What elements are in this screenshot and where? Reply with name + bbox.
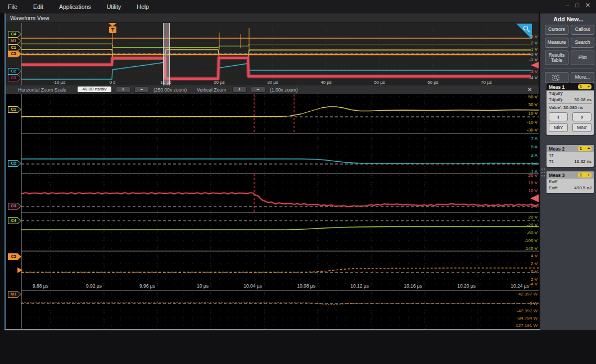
overview-x-label: 20 µs	[207, 80, 232, 85]
main-x-label: 9.96 µs	[132, 283, 155, 289]
y-label-c3: 10 V	[509, 188, 538, 193]
overview-y-label: -4 V	[520, 75, 538, 80]
main-waveform-plot[interactable]	[6, 94, 539, 329]
panel-drag-handle[interactable]	[544, 172, 545, 173]
window-left-border	[4, 13, 6, 329]
h-zoom-minus-button[interactable]: −	[134, 87, 149, 93]
main-x-label: 10.12 µs	[345, 283, 369, 289]
badge-label: M1	[8, 38, 19, 44]
menu-item-help[interactable]: Help	[137, 3, 149, 10]
meas-card-header[interactable]: Meas 11+	[547, 83, 594, 90]
badge-label: C2	[8, 68, 19, 75]
main-x-label: 9.92 µs	[78, 283, 102, 289]
close-icon[interactable]: ✕	[585, 2, 590, 9]
y-label-c5: 4 V	[509, 253, 538, 258]
h-zoom-factor: (250.00x zoom)	[153, 87, 187, 93]
meas-card-header[interactable]: Meas 31+	[547, 171, 594, 179]
overview-y-label: -3 V	[520, 69, 538, 74]
cursors-button[interactable]: Cursors	[545, 25, 568, 35]
meas-1-card[interactable]: Meas 11+Td(off)'Td(off):30.08 nsValue': …	[547, 83, 594, 135]
y-label-c4: 20 V	[509, 215, 538, 220]
search-button[interactable]: Search	[571, 38, 594, 48]
meas-current-value: Value': 30.080 ns	[547, 104, 594, 111]
meas-value: 30.08 ns	[574, 97, 592, 102]
y-label-c4: -140 V	[509, 246, 538, 251]
y-label-m1: -84.794 W	[509, 316, 538, 321]
meas-3-card[interactable]: Meas 31+Eoff'Eoff:490.5 nJ	[547, 171, 594, 193]
panel-drag-handle[interactable]	[541, 175, 543, 176]
badge-label: M1	[8, 291, 19, 298]
overview-x-label: 0 s	[100, 80, 125, 85]
panel-drag-handle[interactable]	[541, 172, 543, 173]
window-controls: –□✕	[566, 2, 590, 9]
v-zoom-factor: (1.00x zoom)	[270, 87, 298, 93]
overview-y-label: 1 V	[520, 47, 538, 52]
y-label-m1: 0 W	[509, 301, 538, 306]
h-zoom-scale-label: Horizontal Zoom Scale	[18, 87, 66, 93]
v-zoom-label: Vertical Zoom	[197, 87, 226, 93]
meas-value-row: Tf:16.32 ns	[547, 158, 594, 165]
bottom-bar: Horizontal 10 µs/div100 µsSR: 3.125 GS/s…	[0, 330, 596, 364]
panel-divider	[544, 69, 593, 69]
zoom-search-button[interactable]	[545, 72, 568, 83]
trigger-marker[interactable]: T	[109, 26, 116, 33]
meas-max-button[interactable]: Max'	[572, 123, 592, 132]
overview-y-label: 0 V	[520, 52, 538, 57]
y-label-m1: 42.397 W	[509, 292, 538, 297]
meas-key: Eoff:	[549, 185, 558, 190]
v-zoom-minus-button[interactable]: −	[251, 87, 265, 93]
zoom-scale-bar: Horizontal Zoom Scale 40.00 ns/div + − (…	[6, 85, 539, 94]
menu-item-file[interactable]: File	[8, 3, 17, 10]
menu-item-edit[interactable]: Edit	[33, 3, 43, 10]
y-label-c4: -60 V	[509, 230, 538, 235]
panel-drag-handle[interactable]	[544, 175, 545, 176]
menu-item-applications[interactable]: Applications	[59, 3, 91, 10]
overview-x-label: 50 µs	[367, 80, 392, 85]
panel-drag-handle[interactable]	[541, 169, 543, 170]
overview-y-label: 2 V	[520, 40, 538, 46]
menu-items: FileEditApplicationsUtilityHelp	[8, 0, 149, 13]
overview-x-label: -10 µs	[47, 80, 71, 85]
overview-x-label: 70 µs	[474, 80, 499, 85]
badge-label: C5	[8, 253, 19, 260]
y-label-c2: 1 A	[509, 161, 538, 166]
y-label-c4: -20 V	[509, 222, 538, 228]
meas-value-row: Eoff:490.5 nJ	[547, 185, 594, 191]
results-table-button[interactable]: Results Table	[545, 51, 568, 65]
zoom-window-center-line	[166, 23, 167, 85]
menu-item-utility[interactable]: Utility	[107, 3, 121, 10]
measure-button[interactable]: Measure	[545, 38, 568, 48]
badge-label: C4	[8, 31, 19, 38]
zoom-window-selector[interactable]	[163, 23, 170, 85]
minimize-icon[interactable]: –	[566, 2, 569, 9]
panel-drag-handle[interactable]	[544, 169, 545, 170]
waveform-view-tab[interactable]: Waveform View	[4, 13, 539, 23]
y-label-c5: 2 V	[509, 261, 538, 266]
h-zoom-scale-value[interactable]: 40.00 ns/div	[78, 87, 111, 92]
more-button[interactable]: More...	[571, 72, 594, 83]
badge-label: C2	[8, 160, 19, 167]
overview-x-label: 40 µs	[314, 80, 338, 85]
plot-button[interactable]: Plot	[571, 51, 594, 65]
meas-source-pill: 1+	[578, 172, 592, 178]
meas-2-card[interactable]: Meas 21+Tf'Tf:16.32 ns	[547, 145, 594, 167]
main-x-label: 10 µs	[185, 283, 209, 289]
meas-next-button[interactable]: ›	[572, 112, 592, 121]
badge-label: C5	[8, 51, 19, 57]
meas-name: Td(off)'	[547, 90, 594, 97]
overview-plot[interactable]	[6, 23, 539, 85]
y-label-c3: 0 V	[509, 204, 538, 209]
callout-button[interactable]: Callout	[571, 25, 594, 35]
zoom-close-icon[interactable]: ✕	[527, 87, 532, 93]
y-label-c3: 15 V	[509, 180, 538, 185]
v-zoom-plus-button[interactable]: +	[232, 87, 247, 93]
meas-min-button[interactable]: Min'	[549, 123, 568, 132]
meas-prev-button[interactable]: ‹	[549, 112, 568, 121]
main-x-label: 10.08 µs	[292, 283, 315, 289]
zoom-search-icon	[552, 74, 561, 81]
main-x-label: 10.20 µs	[452, 283, 476, 289]
maximize-icon[interactable]: □	[575, 2, 579, 9]
meas-card-header[interactable]: Meas 21+	[547, 145, 594, 152]
h-zoom-plus-button[interactable]: +	[116, 87, 130, 93]
badge-label: C1	[8, 106, 19, 113]
